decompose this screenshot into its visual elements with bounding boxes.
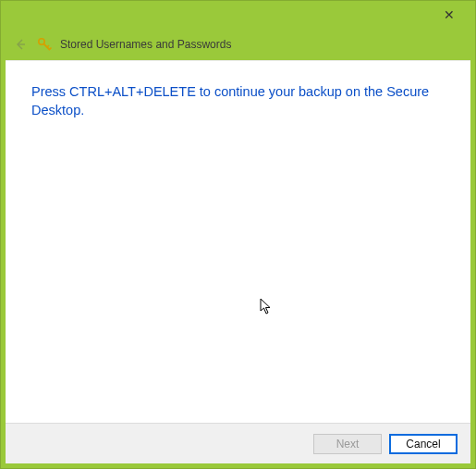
dialog-window: ✕ Stored Usernames and Passwords Press C… [0,0,476,469]
button-bar: Next Cancel [6,423,470,463]
svg-line-3 [47,45,49,47]
cancel-button[interactable]: Cancel [389,434,458,454]
close-button[interactable]: ✕ [431,2,468,28]
header: Stored Usernames and Passwords [1,29,475,60]
next-button: Next [313,434,382,454]
close-icon: ✕ [444,7,455,22]
titlebar: ✕ [1,1,475,29]
key-icon [36,36,53,53]
svg-point-1 [39,39,44,44]
back-arrow-icon [12,36,29,53]
header-title: Stored Usernames and Passwords [60,38,231,51]
cursor-icon [260,298,275,320]
content-body: Press CTRL+ALT+DELETE to continue your b… [6,61,470,423]
svg-line-4 [50,48,52,50]
content-area: Press CTRL+ALT+DELETE to continue your b… [6,60,470,463]
instruction-message: Press CTRL+ALT+DELETE to continue your b… [31,83,445,119]
